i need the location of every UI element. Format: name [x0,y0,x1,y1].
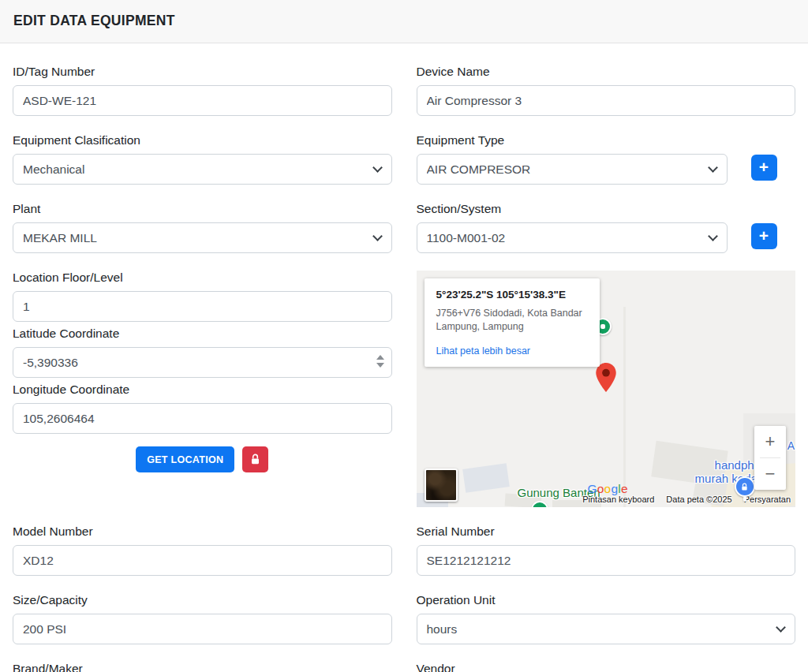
location-floor-label: Location Floor/Level [13,271,392,285]
id-tag-label: ID/Tag Number [13,65,392,79]
lock-location-button[interactable] [242,446,268,472]
serial-number-input[interactable] [417,545,796,576]
add-section-system-button[interactable]: + [751,223,777,249]
longitude-input[interactable] [13,403,392,434]
lock-icon [249,454,261,465]
section-system-label: Section/System [417,202,796,216]
map-attribution: Pintasan keyboard Data peta ©2025 Persya… [582,495,791,504]
spinner-down-icon[interactable] [376,363,384,368]
latitude-label: Latitude Coordinate [13,327,392,341]
red-map-pin[interactable] [595,363,617,392]
brand-maker-label: Brand/Maker [13,662,392,672]
map-info-window: 5°23'25.2"S 105°15'38.3"E J756+V76 Sidod… [425,278,600,367]
zoom-out-button[interactable]: − [754,458,786,490]
map-building [462,463,510,493]
lock-icon [740,483,749,491]
plant-select[interactable]: MEKAR MILL [13,222,392,253]
page-title: EDIT DATA EQUIPMENT [13,13,795,29]
serial-number-label: Serial Number [417,525,796,539]
map-zoom-control: + − [754,426,786,490]
operation-unit-label: Operation Unit [417,593,796,607]
spinner-up-icon[interactable] [376,355,384,360]
location-floor-input[interactable] [13,291,392,322]
keyboard-shortcuts-link[interactable]: Pintasan keyboard [582,495,654,504]
poi-label-partial: A [787,439,795,452]
view-larger-map-link[interactable]: Lihat peta lebih besar [436,345,531,357]
map-road [623,307,626,507]
section-system-select[interactable]: 1100-M001-02 [417,222,728,253]
equipment-type-select[interactable]: AIR COMPRESOR [417,154,728,185]
blue-lock-marker[interactable] [735,476,755,497]
model-number-label: Model Number [13,525,392,539]
satellite-layer-toggle[interactable] [425,469,458,502]
operation-unit-select[interactable]: hours [417,614,796,644]
device-name-label: Device Name [417,65,796,79]
size-capacity-input[interactable] [13,614,392,644]
equipment-type-label: Equipment Type [417,133,796,147]
add-equipment-type-button[interactable]: + [751,155,777,181]
model-number-input[interactable] [13,545,392,576]
zoom-in-button[interactable]: + [754,426,786,457]
terms-link[interactable]: Persyaratan [744,495,791,504]
map-data-copyright: Data peta ©2025 [666,495,731,504]
plus-icon: + [759,227,769,244]
size-capacity-label: Size/Capacity [13,593,392,607]
plant-label: Plant [13,202,392,216]
latitude-input[interactable] [13,347,392,378]
edit-equipment-page: EDIT DATA EQUIPMENT ID/Tag Number Device… [0,0,808,672]
equipment-clasification-select[interactable]: Mechanical [13,154,392,185]
plus-icon: + [759,159,769,175]
equipment-form: ID/Tag Number Device Name Equipment Clas… [0,43,808,672]
vendor-label: Vendor [417,662,796,672]
google-map-embed[interactable]: 5°23'25.2"S 105°15'38.3"E J756+V76 Sidod… [417,271,796,507]
device-name-input[interactable] [417,85,796,116]
coordinates-title: 5°23'25.2"S 105°15'38.3"E [436,289,588,301]
equipment-clasification-label: Equipment Clasification [13,133,392,147]
number-spinner[interactable] [376,355,384,368]
page-header: EDIT DATA EQUIPMENT [0,0,808,43]
longitude-label: Longitude Coordinate [13,383,392,397]
address-text: J756+V76 Sidodadi, Kota Bandar Lampung, … [436,307,588,334]
id-tag-input[interactable] [13,85,392,116]
get-location-button[interactable]: GET LOCATION [136,446,234,472]
